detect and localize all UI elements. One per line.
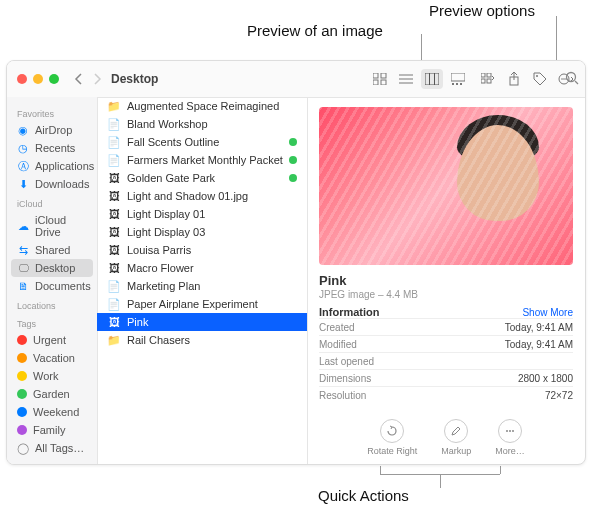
sidebar-tag-family[interactable]: Family: [7, 421, 97, 439]
rotate-icon: [380, 419, 404, 443]
doc-icon: 📄: [107, 117, 121, 131]
file-item[interactable]: 📄Fall Scents Outline: [97, 133, 307, 151]
more-actions-button[interactable]: More…: [495, 419, 525, 456]
view-icon-button[interactable]: [369, 69, 391, 89]
file-item[interactable]: 📄Marketing Plan: [97, 277, 307, 295]
annotation-line: [500, 466, 501, 474]
svg-rect-0: [373, 73, 378, 78]
file-item[interactable]: 📄Paper Airplane Experiment: [97, 295, 307, 313]
sidebar-header-tags: Tags: [7, 313, 97, 331]
traffic-lights: [17, 74, 59, 84]
file-item[interactable]: 🖼Light and Shadow 01.jpg: [97, 187, 307, 205]
info-row-resolution: Resolution72×72: [319, 386, 573, 403]
file-item[interactable]: 📁Rail Chasers: [97, 331, 307, 349]
documents-icon: 🗎: [17, 280, 29, 292]
file-item-selected[interactable]: 🖼Pink: [97, 313, 307, 331]
show-more-link[interactable]: Show More: [522, 307, 573, 318]
info-row-last-opened: Last opened: [319, 352, 573, 369]
svg-rect-12: [456, 83, 458, 85]
image-icon: 🖼: [107, 315, 121, 329]
svg-point-26: [506, 430, 508, 432]
image-icon: 🖼: [107, 171, 121, 185]
airdrop-icon: ◉: [17, 124, 29, 136]
file-item[interactable]: 🖼Light Display 03: [97, 223, 307, 241]
sidebar-item-shared[interactable]: ⇆Shared: [7, 241, 97, 259]
markup-icon: [444, 419, 468, 443]
doc-icon: 📄: [107, 153, 121, 167]
file-item[interactable]: 📄Farmers Market Monthly Packet: [97, 151, 307, 169]
image-icon: 🖼: [107, 225, 121, 239]
svg-point-28: [512, 430, 514, 432]
view-column-button[interactable]: [421, 69, 443, 89]
sidebar-header-locations: Locations: [7, 295, 97, 313]
minimize-button[interactable]: [33, 74, 43, 84]
file-item[interactable]: 🖼Golden Gate Park: [97, 169, 307, 187]
zoom-button[interactable]: [49, 74, 59, 84]
file-item[interactable]: 📁Augmented Space Reimagined: [97, 97, 307, 115]
annotation-preview-image: Preview of an image: [247, 22, 383, 39]
sidebar-tag-garden[interactable]: Garden: [7, 385, 97, 403]
sidebar-item-airdrop[interactable]: ◉AirDrop: [7, 121, 97, 139]
info-row-dimensions: Dimensions2800 x 1800: [319, 369, 573, 386]
file-item[interactable]: 🖼Light Display 01: [97, 205, 307, 223]
view-mode-group: [369, 69, 469, 89]
svg-rect-11: [452, 83, 454, 85]
preview-thumbnail: [319, 107, 573, 265]
toolbar-actions: [477, 69, 577, 89]
search-button[interactable]: [565, 71, 579, 85]
sidebar-tag-work[interactable]: Work: [7, 367, 97, 385]
folder-icon: 📁: [107, 333, 121, 347]
info-row-created: CreatedToday, 9:41 AM: [319, 318, 573, 335]
rotate-right-button[interactable]: Rotate Right: [367, 419, 417, 456]
folder-icon: 📁: [107, 99, 121, 113]
sidebar-tag-urgent[interactable]: Urgent: [7, 331, 97, 349]
svg-rect-13: [460, 83, 462, 85]
forward-button[interactable]: [91, 73, 103, 85]
nav-buttons: [73, 73, 103, 85]
view-list-button[interactable]: [395, 69, 417, 89]
info-row-modified: ModifiedToday, 9:41 AM: [319, 335, 573, 352]
image-icon: 🖼: [107, 207, 121, 221]
annotation-preview-options: Preview options: [429, 2, 535, 19]
image-icon: 🖼: [107, 189, 121, 203]
sidebar-item-icloud-drive[interactable]: ☁iCloud Drive: [7, 211, 97, 241]
red-tag-icon: [17, 335, 27, 345]
tag-button[interactable]: [529, 69, 551, 89]
green-tag-icon: [17, 389, 27, 399]
sidebar-header-favorites: Favorites: [7, 103, 97, 121]
markup-button[interactable]: Markup: [441, 419, 471, 456]
purple-tag-icon: [17, 425, 27, 435]
back-button[interactable]: [73, 73, 85, 85]
preview-pane: Pink JPEG image – 4.4 MB Information Sho…: [307, 97, 585, 464]
preview-filename: Pink: [319, 273, 573, 288]
sidebar-all-tags[interactable]: ◯All Tags…: [7, 439, 97, 457]
svg-rect-2: [373, 80, 378, 85]
sidebar-header-icloud: iCloud: [7, 193, 97, 211]
close-button[interactable]: [17, 74, 27, 84]
sidebar-tag-weekend[interactable]: Weekend: [7, 403, 97, 421]
sidebar-item-applications[interactable]: ⒶApplications: [7, 157, 97, 175]
group-by-button[interactable]: [477, 69, 499, 89]
image-icon: 🖼: [107, 261, 121, 275]
sidebar-item-downloads[interactable]: ⬇Downloads: [7, 175, 97, 193]
sidebar-item-desktop[interactable]: 🖵Desktop: [11, 259, 93, 277]
sidebar-item-recents[interactable]: ◷Recents: [7, 139, 97, 157]
sidebar: Favorites ◉AirDrop ◷Recents ⒶApplication…: [7, 97, 98, 464]
finder-window: Desktop Favorites ◉AirDrop ◷Recents ⒶApp…: [6, 60, 586, 465]
blue-tag-icon: [17, 407, 27, 417]
shared-icon: ⇆: [17, 244, 29, 256]
svg-rect-3: [381, 80, 386, 85]
svg-rect-15: [487, 73, 491, 77]
image-icon: 🖼: [107, 243, 121, 257]
preview-meta: JPEG image – 4.4 MB: [319, 289, 573, 300]
file-item[interactable]: 🖼Louisa Parris: [97, 241, 307, 259]
file-list: 📁Augmented Space Reimagined 📄Bland Works…: [97, 97, 308, 464]
file-item[interactable]: 📄Bland Workshop: [97, 115, 307, 133]
share-button[interactable]: [503, 69, 525, 89]
sidebar-item-documents[interactable]: 🗎Documents: [7, 277, 97, 295]
file-item[interactable]: 🖼Macro Flower: [97, 259, 307, 277]
sidebar-tag-vacation[interactable]: Vacation: [7, 349, 97, 367]
view-gallery-button[interactable]: [447, 69, 469, 89]
svg-line-25: [575, 81, 578, 84]
annotation-line: [380, 466, 381, 474]
